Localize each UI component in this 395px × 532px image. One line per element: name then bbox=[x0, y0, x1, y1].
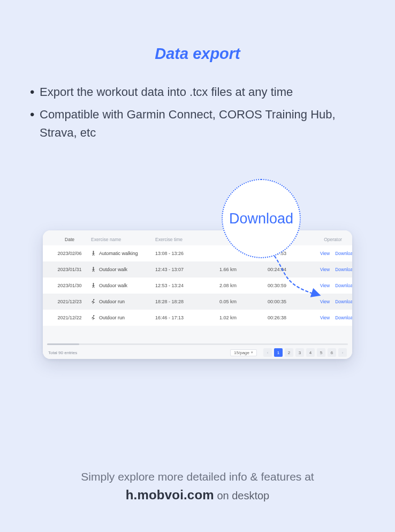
pagination: 15/page ▾ ‹ 123456 › bbox=[230, 348, 347, 357]
svg-point-2 bbox=[93, 283, 94, 284]
col-operator: Operator bbox=[310, 237, 352, 242]
svg-point-3 bbox=[93, 299, 94, 300]
exercise-name-text: Outdoor walk bbox=[99, 267, 127, 272]
cell-date: 2021/12/22 bbox=[48, 315, 91, 320]
walk-icon bbox=[91, 282, 96, 289]
cell-date: 2021/12/23 bbox=[48, 299, 91, 304]
exports-table-card: Date Exercise name Exercise time Duratio… bbox=[43, 230, 352, 359]
exercise-name-text: Outdoor run bbox=[99, 299, 125, 304]
cell-duration: 00:30:59 bbox=[268, 283, 310, 288]
cell-time: 13:08 - 13:26 bbox=[155, 251, 219, 256]
horizontal-scrollbar[interactable] bbox=[47, 343, 348, 345]
bullet-item: Compatible with Garmin Connect, COROS Tr… bbox=[30, 106, 365, 142]
cell-exercise-name: Outdoor walk bbox=[91, 282, 155, 289]
bullet-item: Export the workout data into .tcx files … bbox=[30, 83, 365, 101]
svg-point-1 bbox=[93, 267, 94, 268]
col-time: Exercise time bbox=[155, 237, 219, 242]
col-name: Exercise name bbox=[91, 237, 155, 242]
cell-exercise-name: Outdoor run bbox=[91, 314, 155, 321]
cell-operator: ViewDownload bbox=[310, 267, 352, 272]
cell-operator: ViewDownload bbox=[310, 315, 352, 320]
cell-distance: 1.02 km bbox=[219, 315, 268, 320]
cell-distance: 1.66 km bbox=[219, 267, 268, 272]
walk-icon bbox=[91, 266, 96, 273]
download-link[interactable]: Download bbox=[335, 315, 352, 320]
view-link[interactable]: View bbox=[320, 315, 330, 320]
exercise-name-text: Outdoor walk bbox=[99, 283, 127, 288]
footer-line1: Simply explore more detailed info & feat… bbox=[0, 470, 395, 483]
cell-exercise-name: Outdoor walk bbox=[91, 266, 155, 273]
cell-date: 2023/01/30 bbox=[48, 283, 91, 288]
table-row: 2023/01/31Outdoor walk12:43 - 13:071.66 … bbox=[43, 261, 352, 278]
download-link[interactable]: Download bbox=[335, 251, 352, 256]
per-page-label: 15/page bbox=[234, 350, 249, 355]
exports-table: Date Exercise name Exercise time Duratio… bbox=[43, 230, 352, 326]
run-icon bbox=[91, 314, 96, 321]
page-button[interactable]: 1 bbox=[274, 348, 283, 357]
footer-text: Simply explore more detailed info & feat… bbox=[0, 470, 395, 503]
cell-operator: ViewDownload bbox=[310, 251, 352, 256]
walk-icon bbox=[91, 250, 96, 257]
page-next-button[interactable]: › bbox=[338, 348, 347, 357]
cell-exercise-name: Automatic walking bbox=[91, 250, 155, 257]
cell-time: 12:53 - 13:24 bbox=[155, 283, 219, 288]
cell-time: 16:46 - 17:13 bbox=[155, 315, 219, 320]
page-button[interactable]: 2 bbox=[285, 348, 293, 357]
cell-duration: 00:24:04 bbox=[268, 267, 310, 272]
per-page-select[interactable]: 15/page ▾ bbox=[230, 349, 257, 356]
chevron-down-icon: ▾ bbox=[251, 350, 253, 355]
page-button[interactable]: 3 bbox=[295, 348, 304, 357]
footer-domain: h.mobvoi.com bbox=[126, 488, 214, 502]
footer-suffix: on desktop bbox=[214, 490, 269, 501]
cell-operator: ViewDownload bbox=[310, 299, 352, 304]
page-button[interactable]: 6 bbox=[328, 348, 336, 357]
view-link[interactable]: View bbox=[320, 267, 330, 272]
download-callout-label: Download bbox=[229, 211, 293, 227]
download-link[interactable]: Download bbox=[335, 299, 352, 304]
cell-duration: 00:26:38 bbox=[268, 315, 310, 320]
table-row: 2023/02/06Automatic walking13:08 - 13:26… bbox=[43, 245, 352, 261]
cell-date: 2023/02/06 bbox=[48, 251, 91, 256]
table-footer: Total 90 entries 15/page ▾ ‹ 123456 › bbox=[43, 346, 352, 359]
cell-time: 12:43 - 13:07 bbox=[155, 267, 219, 272]
svg-point-0 bbox=[93, 251, 94, 252]
svg-point-4 bbox=[93, 315, 94, 316]
col-date: Date bbox=[48, 237, 91, 242]
cell-distance: 0.05 km bbox=[219, 299, 268, 304]
download-link[interactable]: Download bbox=[335, 267, 352, 272]
page-prev-button[interactable]: ‹ bbox=[263, 348, 272, 357]
cell-distance: 2.08 km bbox=[219, 283, 268, 288]
view-link[interactable]: View bbox=[320, 251, 330, 256]
page-button[interactable]: 4 bbox=[306, 348, 315, 357]
cell-operator: ViewDownload bbox=[310, 283, 352, 288]
footer-line2: h.mobvoi.com on desktop bbox=[0, 488, 395, 503]
table-row: 2021/12/22Outdoor run16:46 - 17:131.02 k… bbox=[43, 310, 352, 326]
page-button[interactable]: 5 bbox=[317, 348, 325, 357]
cell-exercise-name: Outdoor run bbox=[91, 298, 155, 305]
exercise-name-text: Automatic walking bbox=[99, 251, 138, 256]
page-title: Data export bbox=[0, 0, 395, 63]
view-link[interactable]: View bbox=[320, 283, 330, 288]
run-icon bbox=[91, 298, 96, 305]
scrollbar-thumb[interactable] bbox=[47, 343, 79, 345]
cell-date: 2023/01/31 bbox=[48, 267, 91, 272]
download-callout: Download bbox=[222, 179, 301, 258]
download-link[interactable]: Download bbox=[335, 283, 352, 288]
cell-time: 18:28 - 18:28 bbox=[155, 299, 219, 304]
table-row: 2021/12/23Outdoor run18:28 - 18:280.05 k… bbox=[43, 294, 352, 310]
table-header-row: Date Exercise name Exercise time Duratio… bbox=[43, 230, 352, 245]
cell-duration: 00:00:35 bbox=[268, 299, 310, 304]
total-entries: Total 90 entries bbox=[48, 350, 77, 355]
view-link[interactable]: View bbox=[320, 299, 330, 304]
bullet-list: Export the workout data into .tcx files … bbox=[30, 83, 365, 142]
table-row: 2023/01/30Outdoor walk12:53 - 13:242.08 … bbox=[43, 278, 352, 294]
exercise-name-text: Outdoor run bbox=[99, 315, 125, 320]
promo-page: Data export Export the workout data into… bbox=[0, 0, 395, 532]
